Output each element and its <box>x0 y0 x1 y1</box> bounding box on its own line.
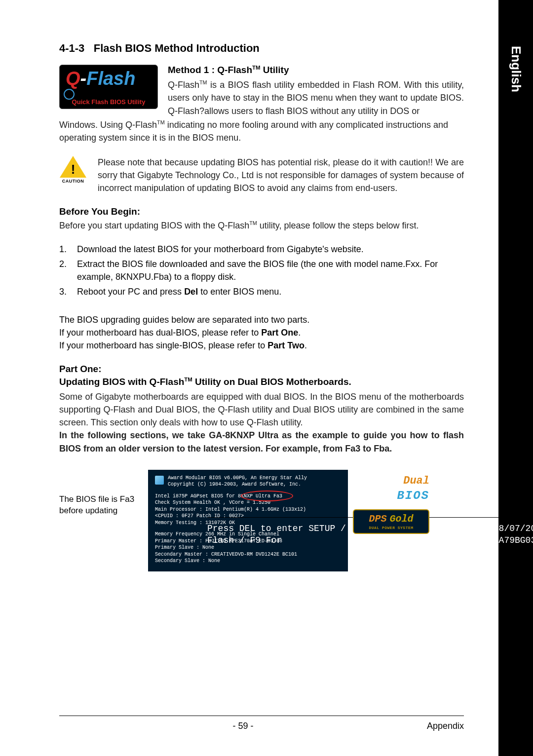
section-number: 4-1-3 <box>59 42 84 54</box>
caution-icon: CAUTION <box>59 156 87 184</box>
before-begin-intro: Before you start updating BIOS with the … <box>59 219 464 232</box>
method1-continued: Windows. Using Q-FlashTM indicating no m… <box>59 118 464 144</box>
screenshot-label: The BIOS file is Fa3 before updating <box>59 470 138 517</box>
part-one-heading: Part One: <box>59 364 464 375</box>
part-one-subheading: Updating BIOS with Q-FlashTM Utility on … <box>59 377 464 387</box>
section-title-text: Flash BIOS Method Introduction <box>94 42 260 54</box>
part-one-para1: Some of Gigabyte motherboards are equipp… <box>59 390 464 429</box>
before-begin-heading: Before You Begin: <box>59 206 464 217</box>
page-number: - 59 - <box>232 721 253 731</box>
language-tab: English <box>498 37 533 121</box>
qflash-logo: Q-Flash Quick Flash BIOS Utility <box>59 65 158 109</box>
dps-gold-badge: DPS Gold DUAL POWER SYSTEM <box>353 509 429 534</box>
method1-title: Method 1 : Q-FlashTM Utility <box>168 65 464 76</box>
list-item: 3. Reboot your PC and press Del to enter… <box>59 285 464 298</box>
dual-bios-badge: Dual BIOS <box>353 474 429 504</box>
part-one-para2: In the following sections, we take GA-8K… <box>59 429 464 454</box>
bios-header-icon <box>155 476 164 485</box>
section-heading: 4-1-3 Flash BIOS Method Introduction <box>59 42 464 55</box>
qflash-subtitle: Quick Flash BIOS Utility <box>60 98 157 106</box>
bios-badges: Dual BIOS DPS Gold DUAL POWER SYSTEM <box>353 474 429 534</box>
guide-intro-block: The BIOS upgrading guides below are sepa… <box>59 313 464 352</box>
footer-section-label: Appendix <box>427 721 464 731</box>
page-footer: - 59 - Appendix <box>59 716 464 731</box>
method1-intro: Q-FlashTM is a BIOS flash utility embedd… <box>168 78 464 117</box>
bios-screenshot: Award Modular BIOS v6.00PG, An Energy St… <box>148 470 348 571</box>
list-item: 2. Extract the BIOS file downloaded and … <box>59 258 464 283</box>
steps-list: 1. Download the latest BIOS for your mot… <box>59 243 464 298</box>
list-item: 1. Download the latest BIOS for your mot… <box>59 243 464 256</box>
caution-text: Please note that because updating BIOS h… <box>98 156 464 194</box>
